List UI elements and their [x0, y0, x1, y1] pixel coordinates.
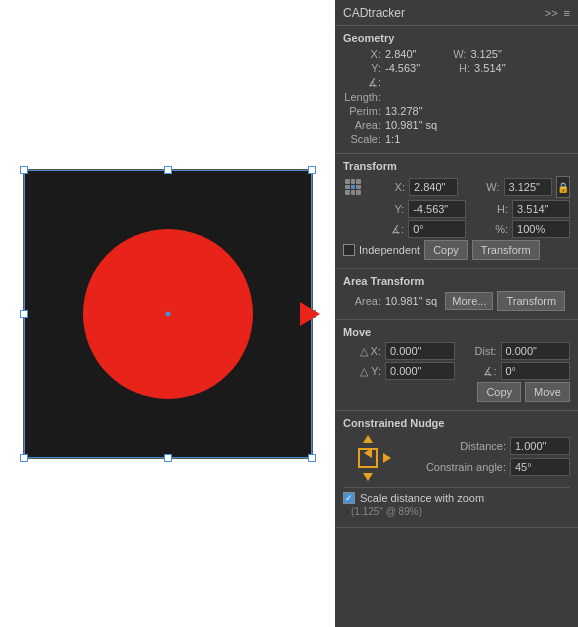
area-transform-section: Area Transform Area: 10.981" sq More... … — [335, 269, 578, 320]
panel-menu-icon[interactable]: ≡ — [564, 7, 570, 19]
transform-y-input[interactable]: -4.563" — [408, 200, 466, 218]
geometry-length-label: Length: — [343, 91, 381, 103]
area-transform-area-label: Area: — [343, 295, 381, 307]
transform-buttons-row: Independent Copy Transform — [343, 240, 570, 260]
nudge-arrow-right — [383, 453, 391, 463]
panel-header-icons: >> ≡ — [545, 7, 570, 19]
independent-checkbox[interactable] — [343, 244, 355, 256]
geometry-y-value: -4.563" — [385, 62, 420, 74]
move-dx-input[interactable]: 0.000" — [385, 342, 455, 360]
area-transform-more-button[interactable]: More... — [445, 292, 493, 310]
move-title: Move — [343, 326, 570, 338]
nudge-distance-row: Distance: 1.000" — [401, 437, 570, 455]
geometry-area-label: Area: — [343, 119, 381, 131]
transform-percent-label: %: — [470, 223, 508, 235]
geometry-y-label: Y: — [343, 62, 381, 74]
move-dist-input[interactable]: 0.000" — [501, 342, 571, 360]
independent-label: Independent — [359, 244, 420, 256]
scale-zoom-row: Scale distance with zoom — [343, 487, 570, 504]
transform-grid-icon — [343, 177, 363, 197]
transform-w-label: W: — [462, 181, 500, 193]
geometry-title: Geometry — [343, 32, 570, 44]
nudge-arrow-up — [363, 435, 373, 443]
transform-yh-row: Y: -4.563" H: 3.514" — [343, 200, 570, 218]
handle-top-right[interactable] — [308, 166, 316, 174]
lock-icon[interactable]: 🔒 — [556, 176, 570, 198]
move-button[interactable]: Move — [525, 382, 570, 402]
geometry-x-value: 2.840" — [385, 48, 416, 60]
arrow-right-shape — [300, 302, 320, 326]
handle-middle-left[interactable] — [20, 310, 28, 318]
geometry-perim-label: Perim: — [343, 105, 381, 117]
nudge-inner: Distance: 1.000" Constrain angle: 45° — [343, 433, 570, 483]
geometry-scale-value: 1:1 — [385, 133, 400, 145]
transform-w-input[interactable]: 3.125" — [504, 178, 553, 196]
move-buttons-row: Copy Move — [343, 382, 570, 402]
move-section: Move △ X: 0.000" Dist: 0.000" △ Y: 0.000… — [335, 320, 578, 411]
nudge-constrain-label: Constrain angle: — [426, 461, 506, 473]
nudge-distance-input[interactable]: 1.000" — [510, 437, 570, 455]
constrained-nudge-title: Constrained Nudge — [343, 417, 570, 429]
panel-collapse-icon[interactable]: >> — [545, 7, 558, 19]
geometry-section: Geometry X: 2.840" W: 3.125" Y: -4.563" … — [335, 26, 578, 154]
transform-x-label: X: — [367, 181, 405, 193]
geometry-perim-row: Perim: 13.278" — [343, 105, 570, 117]
geometry-ywh-row: Y: -4.563" H: 3.514" — [343, 62, 570, 74]
transform-title: Transform — [343, 160, 570, 172]
transform-h-label: H: — [470, 203, 508, 215]
handle-bottom-left[interactable] — [20, 454, 28, 462]
geometry-h-value: 3.514" — [474, 62, 505, 74]
move-angle-input[interactable]: 0° — [501, 362, 571, 380]
constrained-nudge-section: Constrained Nudge Distance: 1.000" Const… — [335, 411, 578, 528]
transform-section: Transform X: 2.840" W: 3.125" 🔒 Y: -4.56… — [335, 154, 578, 269]
geometry-x-label: X: — [343, 48, 381, 60]
scale-zoom-checkbox[interactable] — [343, 492, 355, 504]
geometry-w-value: 3.125" — [470, 48, 501, 60]
move-angle-label: ∡: — [459, 365, 497, 378]
move-copy-button[interactable]: Copy — [477, 382, 521, 402]
transform-button[interactable]: Transform — [472, 240, 540, 260]
area-transform-title: Area Transform — [343, 275, 570, 287]
handle-bottom-center[interactable] — [164, 454, 172, 462]
transform-xw-row: X: 2.840" W: 3.125" 🔒 — [343, 176, 570, 198]
transform-h-input[interactable]: 3.514" — [512, 200, 570, 218]
handle-top-left[interactable] — [20, 166, 28, 174]
geometry-area-value: 10.981" sq — [385, 119, 437, 131]
geometry-h-label: H: — [432, 62, 470, 74]
panel-header: CADtracker >> ≡ — [335, 0, 578, 26]
canvas-background[interactable] — [23, 169, 313, 459]
nudge-arrows-icon — [343, 433, 393, 483]
arrow-right-indicator — [300, 302, 320, 326]
transform-percent-input[interactable]: 100% — [512, 220, 570, 238]
transform-y-label: Y: — [366, 203, 404, 215]
transform-copy-button[interactable]: Copy — [424, 240, 468, 260]
geometry-xy-row: X: 2.840" W: 3.125" — [343, 48, 570, 60]
handle-top-center[interactable] — [164, 166, 172, 174]
area-transform-area-value: 10.981" sq — [385, 295, 437, 307]
geometry-perim-value: 13.278" — [385, 105, 423, 117]
move-dx-label: △ X: — [343, 345, 381, 358]
geometry-scale-label: Scale: — [343, 133, 381, 145]
handle-bottom-right[interactable] — [308, 454, 316, 462]
move-dy-row: △ Y: 0.000" ∡: 0° — [343, 362, 570, 380]
move-dy-input[interactable]: 0.000" — [385, 362, 455, 380]
move-dist-label: Dist: — [459, 345, 497, 357]
zoom-note: (1.125" @ 89%) — [343, 504, 570, 519]
nudge-info: Distance: 1.000" Constrain angle: 45° — [401, 437, 570, 479]
nudge-arrow-down — [363, 473, 373, 481]
move-dx-row: △ X: 0.000" Dist: 0.000" — [343, 342, 570, 360]
nudge-constrain-row: Constrain angle: 45° — [401, 458, 570, 476]
area-transform-row: Area: 10.981" sq More... Transform — [343, 291, 570, 311]
geometry-angle-row: ∡: — [343, 76, 570, 89]
transform-angle-input[interactable]: 0° — [408, 220, 466, 238]
geometry-scale-row: Scale: 1:1 — [343, 133, 570, 145]
canvas-area — [0, 0, 335, 627]
red-circle[interactable] — [83, 229, 253, 399]
move-dy-label: △ Y: — [343, 365, 381, 378]
nudge-constrain-input[interactable]: 45° — [510, 458, 570, 476]
nudge-arrow-left — [364, 448, 372, 458]
geometry-angle-label: ∡: — [343, 76, 381, 89]
transform-x-input[interactable]: 2.840" — [409, 178, 458, 196]
area-transform-button[interactable]: Transform — [497, 291, 565, 311]
transform-angle-label: ∡: — [366, 223, 404, 236]
